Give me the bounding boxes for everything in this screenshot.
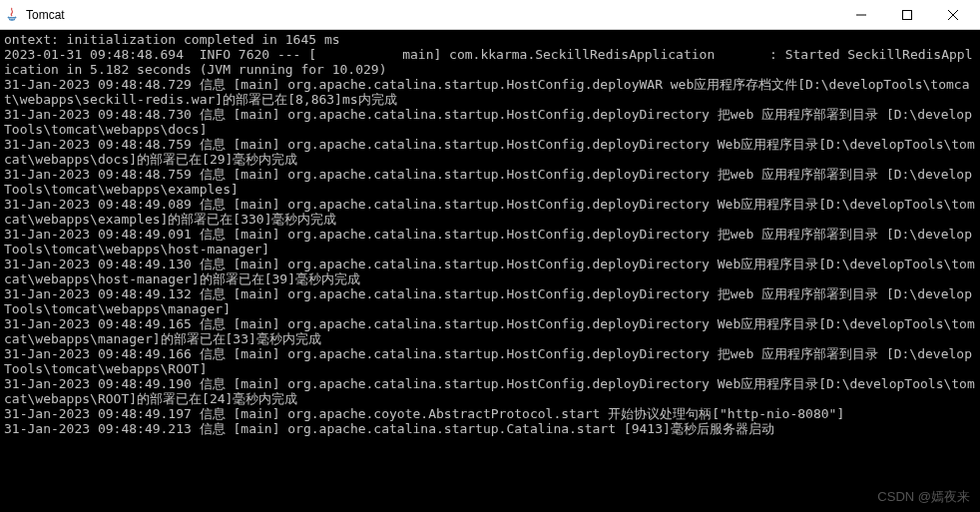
console-line: 31-Jan-2023 09:48:49.132 信息 [main] org.a…: [4, 286, 976, 316]
window-controls: [838, 0, 976, 30]
maximize-button[interactable]: [884, 0, 930, 30]
console-line: 31-Jan-2023 09:48:48.729 信息 [main] org.a…: [4, 77, 976, 107]
minimize-button[interactable]: [838, 0, 884, 30]
watermark: CSDN @嫣夜来: [877, 488, 970, 506]
svg-rect-1: [903, 10, 912, 19]
console-output[interactable]: ontext: initialization completed in 1645…: [0, 30, 980, 512]
console-line: 31-Jan-2023 09:48:48.730 信息 [main] org.a…: [4, 107, 976, 137]
console-line: 31-Jan-2023 09:48:49.190 信息 [main] org.a…: [4, 376, 976, 406]
console-line: 2023-01-31 09:48:48.694 INFO 7620 --- [ …: [4, 47, 976, 77]
console-line: 31-Jan-2023 09:48:49.089 信息 [main] org.a…: [4, 197, 976, 227]
console-line: 31-Jan-2023 09:48:49.213 信息 [main] org.a…: [4, 421, 976, 436]
console-line: 31-Jan-2023 09:48:49.091 信息 [main] org.a…: [4, 227, 976, 256]
close-button[interactable]: [930, 0, 976, 30]
titlebar: Tomcat: [0, 0, 980, 30]
window-title: Tomcat: [26, 8, 838, 22]
console-line: ontext: initialization completed in 1645…: [4, 32, 976, 47]
console-line: 31-Jan-2023 09:48:49.130 信息 [main] org.a…: [4, 256, 976, 286]
console-line: 31-Jan-2023 09:48:48.759 信息 [main] org.a…: [4, 137, 976, 167]
console-line: 31-Jan-2023 09:48:49.166 信息 [main] org.a…: [4, 346, 976, 376]
console-line: 31-Jan-2023 09:48:48.759 信息 [main] org.a…: [4, 167, 976, 197]
console-line: 31-Jan-2023 09:48:49.165 信息 [main] org.a…: [4, 316, 976, 346]
console-line: 31-Jan-2023 09:48:49.197 信息 [main] org.a…: [4, 406, 976, 421]
java-icon: [4, 7, 20, 23]
